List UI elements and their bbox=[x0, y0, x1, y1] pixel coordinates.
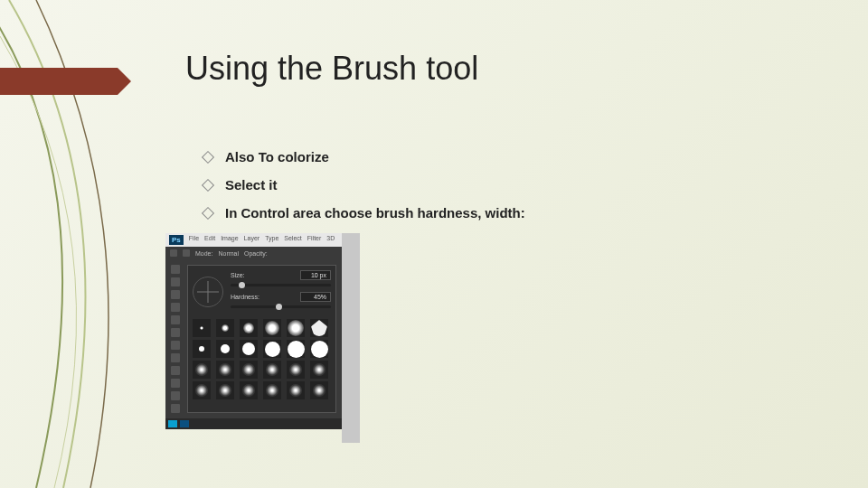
brush-preset[interactable] bbox=[310, 340, 328, 358]
foreground-swatch[interactable] bbox=[168, 420, 177, 427]
brush-preset-grid bbox=[193, 319, 331, 399]
ps-menubar: Ps File Edit Image Layer Type Select Fil… bbox=[165, 233, 342, 247]
ps-color-swatches bbox=[165, 418, 342, 429]
bullet-list: Also To colorize Select it In Control ar… bbox=[203, 149, 525, 233]
brush-preset[interactable] bbox=[193, 319, 211, 337]
ps-toolbar bbox=[171, 265, 182, 413]
menu-item[interactable]: Image bbox=[221, 235, 238, 245]
list-item: Also To colorize bbox=[203, 149, 525, 164]
tool-button[interactable] bbox=[171, 277, 180, 286]
brush-icon[interactable] bbox=[170, 249, 177, 257]
slide-title: Using the Brush tool bbox=[185, 50, 478, 88]
hardness-input[interactable]: 45% bbox=[300, 292, 331, 302]
tool-button[interactable] bbox=[171, 404, 180, 413]
bullet-icon bbox=[202, 206, 214, 219]
brush-preset[interactable] bbox=[263, 319, 281, 337]
brush-settings-popup: Size: 10 px Hardness: 45% bbox=[187, 265, 336, 413]
brush-preset[interactable] bbox=[263, 340, 281, 358]
tool-button[interactable] bbox=[171, 290, 180, 299]
hardness-slider[interactable] bbox=[231, 305, 331, 308]
tool-button[interactable] bbox=[171, 379, 180, 388]
brush-preset[interactable] bbox=[216, 319, 234, 337]
menu-item[interactable]: Layer bbox=[244, 235, 260, 245]
brush-preset[interactable] bbox=[287, 381, 305, 399]
menu-item[interactable]: Filter bbox=[307, 235, 322, 245]
size-slider[interactable] bbox=[231, 284, 331, 286]
bullet-text: Also To colorize bbox=[225, 149, 329, 164]
size-label: Size: bbox=[231, 272, 245, 278]
canvas-edge bbox=[342, 233, 360, 443]
size-input[interactable]: 10 px bbox=[300, 270, 331, 280]
mode-value[interactable]: Normal bbox=[218, 250, 239, 257]
tool-button[interactable] bbox=[171, 353, 180, 362]
brush-preset[interactable] bbox=[310, 361, 328, 379]
brush-preset[interactable] bbox=[310, 381, 328, 399]
tool-button[interactable] bbox=[171, 341, 180, 350]
ps-logo: Ps bbox=[169, 235, 184, 245]
bullet-icon bbox=[202, 150, 214, 163]
opacity-label: Opacity: bbox=[244, 250, 268, 257]
bullet-icon bbox=[202, 178, 214, 191]
tool-button[interactable] bbox=[171, 303, 180, 312]
list-item: In Control area choose brush hardness, w… bbox=[203, 205, 525, 221]
brush-preset[interactable] bbox=[263, 361, 281, 379]
mode-label: Mode: bbox=[195, 250, 212, 257]
brush-preset[interactable] bbox=[263, 381, 281, 399]
tool-button[interactable] bbox=[171, 265, 180, 274]
menu-item[interactable]: Select bbox=[284, 235, 301, 245]
tool-button[interactable] bbox=[171, 366, 180, 375]
bullet-text: Select it bbox=[225, 177, 278, 192]
bullet-text: In Control area choose brush hardness, w… bbox=[225, 205, 525, 221]
photoshop-panel: Ps File Edit Image Layer Type Select Fil… bbox=[165, 233, 342, 429]
brush-preset[interactable] bbox=[216, 340, 234, 358]
brush-preset[interactable] bbox=[193, 361, 211, 379]
brush-angle-control[interactable] bbox=[193, 277, 223, 307]
menu-item[interactable]: Edit bbox=[204, 235, 215, 245]
brush-preset[interactable] bbox=[193, 340, 211, 358]
brush-preset[interactable] bbox=[240, 361, 258, 379]
tool-button[interactable] bbox=[171, 315, 180, 324]
background-swatch[interactable] bbox=[180, 420, 189, 427]
brush-preset-icon[interactable] bbox=[183, 249, 190, 257]
hardness-label: Hardness: bbox=[231, 294, 259, 300]
brush-preset[interactable] bbox=[240, 319, 258, 337]
brush-preset[interactable] bbox=[310, 319, 328, 337]
menu-item[interactable]: 3D bbox=[326, 235, 335, 245]
menu-item[interactable]: File bbox=[189, 235, 199, 245]
brush-preset[interactable] bbox=[287, 361, 305, 379]
brush-preset[interactable] bbox=[216, 381, 234, 399]
list-item: Select it bbox=[203, 177, 525, 192]
brush-preset[interactable] bbox=[193, 381, 211, 399]
brush-preset[interactable] bbox=[240, 381, 258, 399]
brush-preset[interactable] bbox=[287, 319, 305, 337]
ps-options-bar: Mode: Normal Opacity: bbox=[165, 247, 342, 259]
accent-ribbon bbox=[0, 68, 118, 95]
brush-preset[interactable] bbox=[240, 340, 258, 358]
tool-button[interactable] bbox=[171, 391, 180, 400]
brush-preset[interactable] bbox=[287, 340, 305, 358]
menu-item[interactable]: Type bbox=[265, 235, 278, 245]
brush-preset[interactable] bbox=[216, 361, 234, 379]
tool-button[interactable] bbox=[171, 328, 180, 337]
